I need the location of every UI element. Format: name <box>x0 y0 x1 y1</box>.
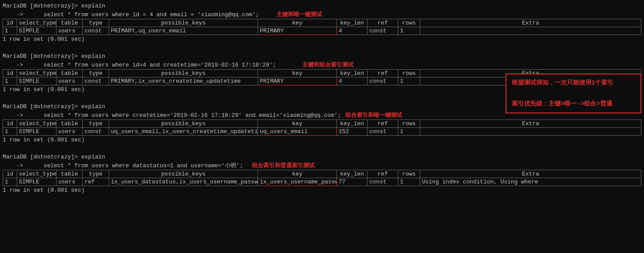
cell-extra-s4: Using index condition, Using where <box>420 178 641 186</box>
cell-rows-s2: 1 <box>398 77 420 85</box>
th-key-s2: key <box>258 70 337 77</box>
table-row: 1 SIMPLE users const uq_users_email,ix_u… <box>3 128 641 136</box>
th-id-s1: id <box>3 19 17 27</box>
result-s4: 1 row in set (0.001 sec) <box>0 186 644 195</box>
th-possible-keys-s1: possible_keys <box>109 19 258 27</box>
cell-select-type-s4: SIMPLE <box>17 178 57 186</box>
cell-table-s2: users <box>57 77 83 85</box>
cell-extra-s3 <box>420 128 641 136</box>
annotation-line1: 根据测试得知，一次只能使用1个索引 <box>512 78 635 88</box>
table-row: 1 SIMPLE users ref ix_users_datastatus,i… <box>3 178 641 186</box>
cell-select-type-s3: SIMPLE <box>17 128 57 136</box>
th-type-s3: type <box>83 120 109 128</box>
th-key-len-s2: key_len <box>337 70 368 77</box>
prompt-s1-l2: -> select * from users where id = 4 and … <box>0 11 644 19</box>
cell-type-s4: ref <box>83 178 109 186</box>
cell-key-s3: uq_users_email <box>258 128 337 136</box>
cell-table-s3: users <box>57 128 83 136</box>
th-table-s4: table <box>57 170 83 178</box>
cell-rows-s1: 1 <box>398 27 420 35</box>
result-table-s4: id select_type table type possible_keys … <box>3 170 641 186</box>
terminal: MariaDB [dotnetcrazy]> explain -> select… <box>0 0 644 197</box>
th-extra-s4: Extra <box>420 170 641 178</box>
th-id-s3: id <box>3 120 17 128</box>
cell-table-s4: users <box>57 178 83 186</box>
th-type-s2: type <box>83 70 109 77</box>
th-rows-s4: rows <box>398 170 420 178</box>
th-ref-s4: ref <box>368 170 398 178</box>
cell-type-s3: const <box>83 128 109 136</box>
comment-s4: 组合索引和普通索引测试 <box>252 162 315 169</box>
th-key-len-s4: key_len <box>337 170 368 178</box>
cell-possible-keys-s2: PRIMARY,ix_users_createtime_updatetime <box>109 77 258 85</box>
prompt-s4-l2: -> select * from users where datastatus=… <box>0 162 644 170</box>
cell-type-s2: const <box>83 77 109 85</box>
prompt-s1-l1: MariaDB [dotnetcrazy]> explain <box>0 2 644 11</box>
cell-select-type-s2: SIMPLE <box>17 77 57 85</box>
prompt-s2-l2: -> select * from users where id=4 and cr… <box>0 61 644 70</box>
cell-id-s1: 1 <box>3 27 17 35</box>
th-select-type-s4: select_type <box>17 170 57 178</box>
cell-possible-keys-s1: PRIMARY,uq_users_email <box>109 27 258 35</box>
cell-type-s1: const <box>83 27 109 35</box>
cell-ref-s2: const <box>368 77 398 85</box>
th-type-s4: type <box>83 170 109 178</box>
th-key-s1: key <box>258 19 337 27</box>
cell-id-s2: 1 <box>3 77 17 85</box>
cell-key-s4: ix_users_username_password <box>258 178 337 186</box>
cell-possible-keys-s3: uq_users_email,ix_users_createtime_updat… <box>109 128 258 136</box>
cell-table-s1: users <box>57 27 83 35</box>
th-ref-s1: ref <box>368 19 398 27</box>
blank-s3 <box>0 144 644 153</box>
cell-ref-s1: const <box>368 27 398 35</box>
comment-s1: 主键和唯一键测试 <box>276 11 322 18</box>
cell-key-len-s2: 4 <box>337 77 368 85</box>
th-ref-s2: ref <box>368 70 398 77</box>
result-s3: 1 row in set (0.001 sec) <box>0 136 644 144</box>
cell-select-type-s1: SIMPLE <box>17 27 57 35</box>
annotation-line2 <box>512 88 635 99</box>
th-rows-s1: rows <box>398 19 420 27</box>
cell-rows-s4: 1 <box>398 178 420 186</box>
th-possible-keys-s3: possible_keys <box>109 120 258 128</box>
cell-key-s2: PRIMARY <box>258 77 337 85</box>
th-key-len-s1: key_len <box>337 19 368 27</box>
th-rows-s2: rows <box>398 70 420 77</box>
result-s1: 1 row in set (0.001 sec) <box>0 35 644 44</box>
th-table-s2: table <box>57 70 83 77</box>
th-type-s1: type <box>83 19 109 27</box>
th-extra-s3: Extra <box>420 120 641 128</box>
cell-key-len-s4: 77 <box>337 178 368 186</box>
th-select-type-s2: select_type <box>17 70 57 77</box>
th-table-s1: table <box>57 19 83 27</box>
th-extra-s1: Extra <box>420 19 641 27</box>
th-id-s4: id <box>3 170 17 178</box>
prompt-s2-l1: MariaDB [dotnetcrazy]> explain <box>0 52 644 61</box>
th-key-len-s3: key_len <box>337 120 368 128</box>
th-rows-s3: rows <box>398 120 420 128</box>
cell-key-len-s1: 4 <box>337 27 368 35</box>
th-table-s3: table <box>57 120 83 128</box>
annotation-line3: 索引优先级：主键>唯一->组合>普通 <box>512 99 635 109</box>
cell-ref-s4: const <box>368 178 398 186</box>
cell-key-s1: PRIMARY <box>258 27 337 35</box>
th-id-s2: id <box>3 70 17 77</box>
table-row: 1 SIMPLE users const PRIMARY,uq_users_em… <box>3 27 641 35</box>
cell-extra-s1 <box>420 27 641 35</box>
cell-ref-s3: const <box>368 128 398 136</box>
th-key-s3: key <box>258 120 337 128</box>
comment-s2: 主键和组合索引测试 <box>302 62 354 68</box>
th-select-type-s1: select_type <box>17 19 57 27</box>
cell-key-len-s3: 152 <box>337 128 368 136</box>
result-table-s3: id select_type table type possible_keys … <box>3 119 641 136</box>
comment-s3: 组合索引和唯一键测试 <box>345 112 402 119</box>
prompt-s4-l1: MariaDB [dotnetcrazy]> explain <box>0 153 644 162</box>
cell-possible-keys-s4: ix_users_datastatus,ix_users_username_pa… <box>109 178 258 186</box>
blank-s1 <box>0 44 644 53</box>
th-ref-s3: ref <box>368 120 398 128</box>
cell-id-s3: 1 <box>3 128 17 136</box>
th-key-s4: key <box>258 170 337 178</box>
th-possible-keys-s4: possible_keys <box>109 170 258 178</box>
cell-id-s4: 1 <box>3 178 17 186</box>
cell-rows-s3: 1 <box>398 128 420 136</box>
